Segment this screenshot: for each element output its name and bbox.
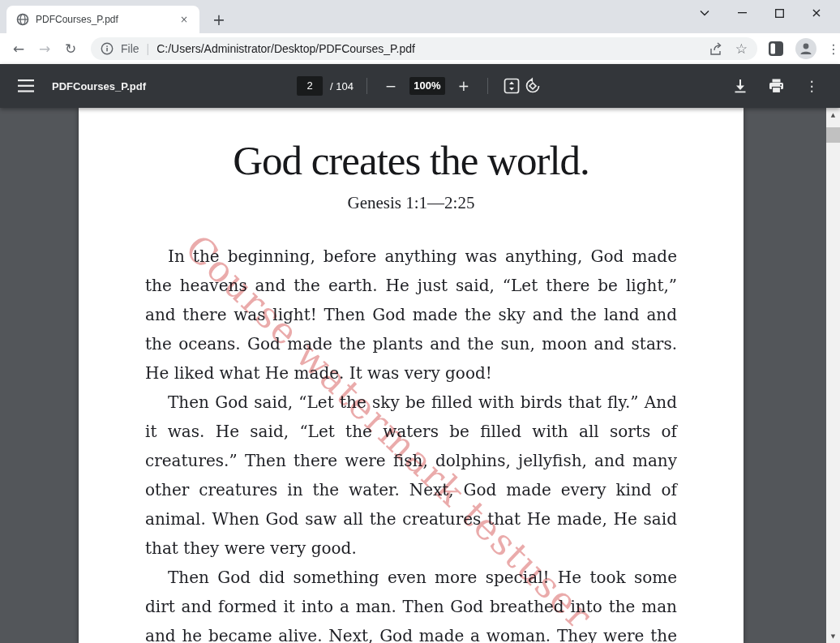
story-paragraph: Then God did something even more special… <box>145 563 677 643</box>
browser-menu-icon[interactable]: ⋮ <box>827 41 840 57</box>
fit-page-icon <box>504 78 520 94</box>
back-icon[interactable]: ← <box>6 36 31 61</box>
window-maximize-button[interactable] <box>761 1 798 25</box>
window-close-button[interactable]: × <box>798 1 835 25</box>
pdf-page: God creates the world. Genesis 1:1—2:25 … <box>79 108 744 643</box>
story-paragraph: In the beginning, before anything was an… <box>145 242 677 388</box>
fit-to-page-button[interactable] <box>501 75 522 96</box>
pdf-toolbar-left: PDFCourses_P.pdf <box>18 79 146 92</box>
page-number-input[interactable]: 2 <box>297 76 323 96</box>
scroll-up-icon[interactable]: ▲ <box>826 108 840 122</box>
bookmark-star-icon[interactable]: ☆ <box>735 41 748 57</box>
pdf-document-title: PDFCourses_P.pdf <box>52 80 146 92</box>
pdf-toolbar-right: ⋮ <box>730 75 822 96</box>
download-button[interactable] <box>730 75 751 96</box>
story-body: In the beginning, before anything was an… <box>145 242 677 643</box>
tabstrip-chevron-icon[interactable] <box>686 1 723 25</box>
address-toolbar: ← → ↻ File | C:/Users/Administrator/Desk… <box>0 33 840 64</box>
scripture-reference: Genesis 1:1—2:25 <box>79 193 744 213</box>
nav-buttons: ← → ↻ <box>6 36 83 61</box>
tab-title: PDFCourses_P.pdf <box>36 14 177 25</box>
zoom-level-input[interactable]: 100% <box>409 77 445 95</box>
toolbar-divider <box>487 78 488 94</box>
url-scheme-label: File <box>121 42 139 55</box>
print-button[interactable] <box>765 75 786 96</box>
pdf-toolbar-center: 2 / 104 − 100% + <box>297 75 543 96</box>
address-bar[interactable]: File | C:/Users/Administrator/Desktop/PD… <box>91 37 757 60</box>
tab-close-icon[interactable]: × <box>177 12 191 27</box>
tab-strip: PDFCourses_P.pdf × + × <box>0 0 840 33</box>
side-panel-icon[interactable] <box>767 40 785 58</box>
scrollbar-thumb[interactable] <box>826 127 840 143</box>
hamburger-menu-icon[interactable] <box>18 79 34 92</box>
download-icon <box>733 79 748 93</box>
browser-window: PDFCourses_P.pdf × + × ← → ↻ <box>0 0 840 643</box>
page-count-label: / 104 <box>330 80 354 92</box>
window-controls: × <box>686 0 835 26</box>
globe-favicon-icon <box>16 13 29 26</box>
share-icon[interactable] <box>709 42 724 56</box>
omnibox-actions: ☆ <box>709 41 748 57</box>
story-title: God creates the world. <box>79 137 744 184</box>
url-text: C:/Users/Administrator/Desktop/PDFCourse… <box>156 42 702 55</box>
url-separator: | <box>147 42 150 55</box>
new-tab-button[interactable]: + <box>208 8 230 31</box>
window-minimize-button[interactable] <box>723 1 761 25</box>
reload-icon[interactable]: ↻ <box>58 36 83 61</box>
vertical-scrollbar[interactable]: ▲ ▼ <box>826 108 840 643</box>
browser-tab[interactable]: PDFCourses_P.pdf × <box>6 6 199 33</box>
zoom-out-button[interactable]: − <box>380 75 401 96</box>
rotate-button[interactable] <box>522 75 543 96</box>
story-paragraph: Then God said, “Let the sky be filled wi… <box>145 388 677 563</box>
toolbar-divider <box>366 78 367 94</box>
scroll-down-icon[interactable]: ▼ <box>826 629 840 643</box>
page-info-icon[interactable] <box>101 42 114 55</box>
pdf-toolbar: PDFCourses_P.pdf 2 / 104 − 100% + <box>0 64 840 108</box>
zoom-in-button[interactable]: + <box>453 75 474 96</box>
pdf-more-options-icon[interactable]: ⋮ <box>801 75 822 96</box>
toolbar-actions: ⋮ <box>767 38 840 59</box>
person-icon <box>799 41 813 56</box>
forward-icon[interactable]: → <box>32 36 57 61</box>
profile-avatar[interactable] <box>795 38 816 59</box>
printer-icon <box>769 79 784 93</box>
pdf-viewer[interactable]: God creates the world. Genesis 1:1—2:25 … <box>0 108 840 643</box>
rotate-counterclockwise-icon <box>524 77 542 95</box>
